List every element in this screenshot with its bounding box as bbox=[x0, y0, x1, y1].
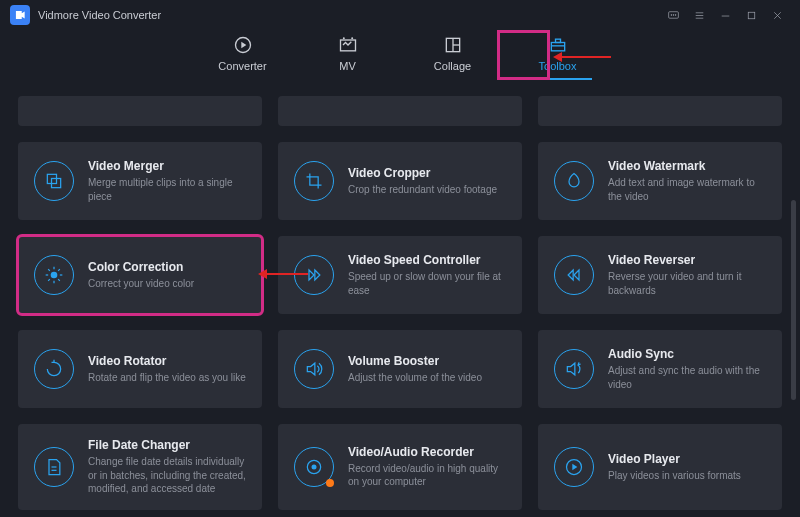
svg-marker-36 bbox=[315, 270, 320, 280]
svg-rect-19 bbox=[551, 43, 564, 51]
merger-icon bbox=[34, 161, 74, 201]
tab-label: MV bbox=[339, 60, 356, 72]
svg-line-34 bbox=[48, 279, 50, 281]
svg-rect-20 bbox=[555, 39, 560, 42]
content-scrollbar[interactable] bbox=[791, 200, 796, 400]
volume-icon bbox=[294, 349, 334, 389]
tools-row-partial bbox=[18, 96, 782, 126]
tool-title: Video Rotator bbox=[88, 354, 246, 368]
tool-title: Video Watermark bbox=[608, 159, 766, 173]
tool-desc: Crop the redundant video footage bbox=[348, 183, 506, 197]
file-date-icon bbox=[34, 447, 74, 487]
minimize-button[interactable] bbox=[712, 2, 738, 28]
menu-button[interactable] bbox=[686, 2, 712, 28]
svg-marker-38 bbox=[568, 270, 573, 280]
tool-desc: Record video/audio in high quality on yo… bbox=[348, 462, 506, 489]
color-correction-icon bbox=[34, 255, 74, 295]
tab-converter[interactable]: Converter bbox=[213, 30, 273, 78]
tool-volume-booster[interactable]: Volume Booster Adjust the volume of the … bbox=[278, 330, 522, 408]
svg-point-14 bbox=[342, 37, 344, 39]
toolbox-content: Video Merger Merge multiple clips into a… bbox=[0, 88, 800, 517]
tool-video-watermark[interactable]: Video Watermark Add text and image water… bbox=[538, 142, 782, 220]
app-title: Vidmore Video Converter bbox=[38, 9, 161, 21]
svg-line-32 bbox=[58, 279, 60, 281]
reverser-icon bbox=[554, 255, 594, 295]
watermark-icon bbox=[554, 161, 594, 201]
svg-marker-12 bbox=[241, 42, 246, 49]
titlebar: Vidmore Video Converter bbox=[0, 0, 800, 30]
tool-title: Video Player bbox=[608, 452, 766, 466]
tool-color-correction[interactable]: Color Correction Correct your video colo… bbox=[18, 236, 262, 314]
tool-desc: Rotate and flip the video as you like bbox=[88, 371, 246, 385]
tools-row: Video Merger Merge multiple clips into a… bbox=[18, 142, 782, 220]
tool-desc: Speed up or slow down your file at ease bbox=[348, 270, 506, 297]
converter-icon bbox=[232, 34, 254, 56]
tab-toolbox[interactable]: Toolbox bbox=[528, 30, 588, 78]
maximize-button[interactable] bbox=[738, 2, 764, 28]
audio-sync-icon bbox=[554, 349, 594, 389]
collage-icon bbox=[442, 34, 464, 56]
tool-video-cropper[interactable]: Video Cropper Crop the redundant video f… bbox=[278, 142, 522, 220]
toolbox-icon bbox=[547, 34, 569, 56]
svg-marker-39 bbox=[307, 363, 315, 375]
tool-desc: Play videos in various formats bbox=[608, 469, 766, 483]
tab-label: Toolbox bbox=[539, 60, 577, 72]
tool-desc: Reverse your video and turn it backwards bbox=[608, 270, 766, 297]
app-logo bbox=[10, 5, 30, 25]
svg-point-3 bbox=[675, 14, 676, 15]
svg-marker-35 bbox=[309, 270, 314, 280]
tool-desc: Merge multiple clips into a single piece bbox=[88, 176, 246, 203]
tab-label: Collage bbox=[434, 60, 471, 72]
tool-title: Video Reverser bbox=[608, 253, 766, 267]
tool-video-merger[interactable]: Video Merger Merge multiple clips into a… bbox=[18, 142, 262, 220]
mv-icon bbox=[337, 34, 359, 56]
tool-audio-sync[interactable]: Audio Sync Adjust and sync the audio wit… bbox=[538, 330, 782, 408]
tool-desc: Change file date details individually or… bbox=[88, 455, 246, 496]
svg-point-44 bbox=[312, 464, 317, 469]
svg-point-1 bbox=[670, 14, 671, 15]
new-badge-icon bbox=[326, 479, 334, 487]
tool-card-partial[interactable] bbox=[18, 96, 262, 126]
rotator-icon bbox=[34, 349, 74, 389]
tool-video-audio-recorder[interactable]: Video/Audio Recorder Record video/audio … bbox=[278, 424, 522, 510]
tool-desc: Add text and image watermark to the vide… bbox=[608, 176, 766, 203]
tool-title: Video Cropper bbox=[348, 166, 506, 180]
tool-card-partial[interactable] bbox=[538, 96, 782, 126]
cropper-icon bbox=[294, 161, 334, 201]
tool-video-player[interactable]: Video Player Play videos in various form… bbox=[538, 424, 782, 510]
svg-line-31 bbox=[48, 269, 50, 271]
tool-title: Video Merger bbox=[88, 159, 246, 173]
tool-title: Video/Audio Recorder bbox=[348, 445, 506, 459]
svg-point-15 bbox=[351, 37, 353, 39]
tool-title: Video Speed Controller bbox=[348, 253, 506, 267]
tool-desc: Adjust and sync the audio with the video bbox=[608, 364, 766, 391]
tab-label: Converter bbox=[218, 60, 266, 72]
svg-marker-37 bbox=[574, 270, 579, 280]
svg-marker-40 bbox=[567, 363, 575, 375]
tool-title: Volume Booster bbox=[348, 354, 506, 368]
tool-desc: Adjust the volume of the video bbox=[348, 371, 506, 385]
tab-mv[interactable]: MV bbox=[318, 30, 378, 78]
svg-line-33 bbox=[58, 269, 60, 271]
tool-title: File Date Changer bbox=[88, 438, 246, 452]
tool-video-speed-controller[interactable]: Video Speed Controller Speed up or slow … bbox=[278, 236, 522, 314]
svg-marker-46 bbox=[572, 463, 577, 470]
tools-row: File Date Changer Change file date detai… bbox=[18, 424, 782, 510]
feedback-button[interactable] bbox=[660, 2, 686, 28]
tool-file-date-changer[interactable]: File Date Changer Change file date detai… bbox=[18, 424, 262, 510]
tool-title: Audio Sync bbox=[608, 347, 766, 361]
svg-rect-8 bbox=[748, 12, 755, 19]
tool-card-partial[interactable] bbox=[278, 96, 522, 126]
tool-title: Color Correction bbox=[88, 260, 246, 274]
close-button[interactable] bbox=[764, 2, 790, 28]
tool-desc: Correct your video color bbox=[88, 277, 246, 291]
tab-collage[interactable]: Collage bbox=[423, 30, 483, 78]
recorder-icon bbox=[294, 447, 334, 487]
svg-point-2 bbox=[673, 14, 674, 15]
main-nav: Converter MV Collage Toolbox bbox=[0, 30, 800, 88]
tools-row: Color Correction Correct your video colo… bbox=[18, 236, 782, 314]
tool-video-rotator[interactable]: Video Rotator Rotate and flip the video … bbox=[18, 330, 262, 408]
svg-point-26 bbox=[51, 272, 58, 279]
player-icon bbox=[554, 447, 594, 487]
tool-video-reverser[interactable]: Video Reverser Reverse your video and tu… bbox=[538, 236, 782, 314]
